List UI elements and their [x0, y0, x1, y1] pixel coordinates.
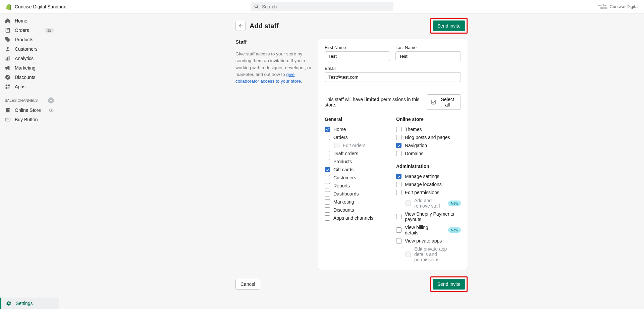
perm-item[interactable]: Discounts [325, 206, 389, 214]
checkbox-icon [325, 199, 330, 205]
topbar: Concise Digital Sandbox Search concisedi… [0, 0, 644, 13]
perm-item[interactable]: View private apps [396, 237, 461, 245]
apps-icon [5, 84, 11, 90]
perm-item[interactable]: Dashboards [325, 190, 389, 198]
perm-label: Edit private app details and permissions [414, 246, 461, 262]
perm-label: Products [333, 159, 352, 164]
brand: Concise Digital Sandbox [5, 3, 66, 10]
sidebar: Home Orders 12 Products Customers Analyt… [0, 13, 59, 309]
svg-rect-2 [6, 58, 7, 60]
checkbox-icon [406, 201, 411, 206]
perm-item[interactable]: View Shopify Payments payouts [396, 210, 461, 223]
sidebar-item-customers[interactable]: Customers [0, 44, 59, 54]
email-label: Email [325, 66, 461, 71]
perm-label: View Shopify Payments payouts [405, 211, 461, 222]
checkbox-icon [396, 238, 401, 244]
select-all-button[interactable]: Select all [427, 94, 461, 110]
last-name-label: Last Name [395, 45, 461, 50]
svg-rect-3 [7, 57, 8, 60]
home-icon [5, 18, 11, 24]
staff-description: Staff Give staff access to your store by… [235, 39, 311, 270]
perm-item[interactable]: View billing detailsNew [396, 223, 461, 237]
perm-item[interactable]: Blog posts and pages [396, 133, 461, 141]
checkbox-icon [334, 143, 339, 148]
add-channel-icon[interactable]: + [48, 97, 54, 103]
perms-online-heading: Online store [396, 117, 461, 122]
perm-item[interactable]: Draft orders [325, 149, 389, 158]
perm-item[interactable]: Products [325, 158, 389, 166]
perm-item[interactable]: Apps and channels [325, 214, 389, 222]
perms-admin-heading: Administration [396, 164, 461, 169]
staff-heading: Staff [235, 39, 311, 45]
perm-item[interactable]: Domains [396, 149, 461, 158]
perm-item[interactable]: Manage locations [396, 180, 461, 188]
shopify-logo-icon [5, 3, 12, 10]
checkbox-icon [396, 135, 401, 140]
checkbox-icon [325, 135, 330, 140]
products-icon [5, 37, 11, 43]
sidebar-channel-online-store[interactable]: Online Store [0, 105, 59, 115]
perm-item[interactable]: Themes [396, 125, 461, 133]
last-name-input[interactable] [395, 51, 461, 61]
checkbox-icon [325, 167, 330, 172]
perm-label: Domains [405, 151, 423, 156]
select-all-checkbox-icon [431, 100, 436, 104]
perm-label: Manage settings [405, 174, 439, 179]
discounts-icon [5, 74, 11, 80]
customers-icon [5, 46, 11, 52]
sidebar-channel-buy-button[interactable]: Buy Button [0, 115, 59, 124]
sidebar-item-analytics[interactable]: Analytics [0, 54, 59, 63]
back-button[interactable] [235, 21, 246, 31]
sidebar-settings[interactable]: Settings [0, 298, 59, 309]
checkbox-icon [406, 252, 411, 257]
perm-item: Add and remove staffNew [396, 196, 461, 210]
checkbox-icon [325, 191, 330, 196]
checkbox-icon [396, 174, 401, 179]
online-store-icon [5, 107, 11, 113]
cancel-button[interactable]: Cancel [235, 279, 260, 290]
checkbox-icon [396, 127, 401, 132]
perm-item[interactable]: Reports [325, 182, 389, 190]
sidebar-item-products[interactable]: Products [0, 35, 59, 44]
sidebar-item-home[interactable]: Home [0, 16, 59, 26]
perm-item[interactable]: Manage settings [396, 172, 461, 180]
perm-label: View private apps [405, 238, 442, 244]
perm-label: Edit permissions [405, 190, 439, 195]
perm-label: Add and remove staff [414, 198, 443, 209]
perm-item: Edit private app details and permissions [396, 245, 461, 264]
sidebar-item-discounts[interactable]: Discounts [0, 73, 59, 82]
sidebar-item-label: Buy Button [15, 117, 38, 122]
page-footer: Cancel Send invite [235, 276, 468, 292]
account-menu[interactable]: concisedigital Concise Digital [597, 4, 639, 9]
settings-label: Settings [16, 301, 33, 306]
send-invite-button-bottom[interactable]: Send invite [433, 279, 465, 290]
first-name-input[interactable] [325, 51, 390, 61]
send-invite-button-top[interactable]: Send invite [433, 20, 465, 31]
perm-item[interactable]: Edit permissions [396, 188, 461, 196]
perm-item[interactable]: Home [325, 125, 389, 133]
checkbox-icon [325, 175, 330, 180]
perm-item[interactable]: Gift cards [325, 166, 389, 174]
sidebar-section-sales-channels: SALES CHANNELS + [0, 91, 59, 105]
checkbox-icon [396, 143, 401, 148]
sidebar-item-apps[interactable]: Apps [0, 82, 59, 91]
sidebar-item-label: Apps [15, 84, 25, 89]
perm-label: Themes [405, 127, 422, 132]
perm-item[interactable]: Marketing [325, 198, 389, 206]
perm-item[interactable]: Orders [325, 133, 389, 141]
sidebar-item-marketing[interactable]: Marketing [0, 63, 59, 73]
email-input[interactable] [325, 72, 461, 82]
view-store-icon[interactable] [49, 107, 54, 113]
sidebar-item-orders[interactable]: Orders 12 [0, 26, 59, 35]
search-box[interactable]: Search [251, 2, 393, 11]
buy-button-icon [5, 117, 11, 123]
checkbox-icon [325, 159, 330, 164]
perm-item[interactable]: Navigation [396, 141, 461, 149]
svg-point-7 [8, 78, 9, 78]
svg-point-1 [7, 47, 8, 49]
checkbox-icon [325, 183, 330, 188]
staff-desc: Give staff access to your store by sendi… [235, 51, 311, 85]
perm-item[interactable]: Customers [325, 174, 389, 182]
perm-label: Marketing [333, 199, 354, 205]
perm-label: Apps and channels [333, 215, 373, 221]
